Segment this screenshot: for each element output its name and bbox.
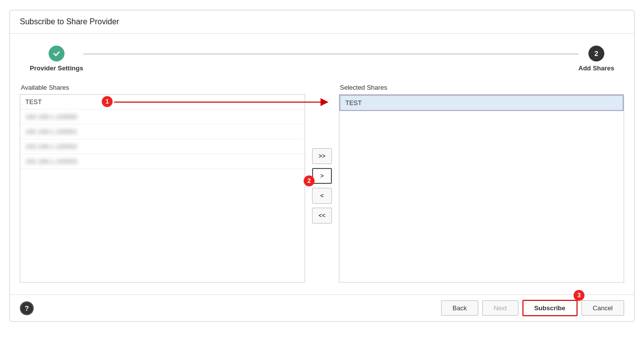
available-shares-list: TEST 192.168.1.100000 192.168.1.100001 1… [20, 94, 305, 283]
annotation-3: 3 [574, 290, 584, 301]
dialog-title: Subscribe to Share Provider [20, 17, 119, 26]
remove-selected-button[interactable]: < [312, 188, 332, 204]
step-connector [83, 54, 579, 55]
remove-all-button[interactable]: << [312, 208, 332, 224]
list-item[interactable]: 192.168.1.100000 [20, 110, 305, 124]
dialog-footer: ? 3 Back Next Subscribe Cancel [10, 294, 634, 321]
dialog-body: 1 2 Available Shares TEST 192.168.1.1000… [10, 80, 634, 290]
cancel-button[interactable]: Cancel [581, 300, 624, 316]
dialog-header: Subscribe to Share Provider [10, 10, 634, 34]
subscribe-dialog: Subscribe to Share Provider Provider Set… [9, 10, 635, 322]
list-item[interactable]: 192.168.1.100003 [20, 154, 305, 169]
step-1: Provider Settings [30, 46, 83, 72]
list-item[interactable]: 192.168.1.100002 [20, 139, 305, 154]
list-item[interactable]: 192.168.1.100001 [20, 124, 305, 139]
back-button[interactable]: Back [441, 300, 478, 316]
annotation-1: 1 [102, 96, 113, 107]
next-button[interactable]: Next [482, 300, 518, 316]
stepper: Provider Settings 2 Add Shares [10, 34, 634, 80]
footer-left: ? [20, 301, 34, 315]
step-2: 2 Add Shares [579, 46, 614, 72]
shares-wrapper: 1 2 Available Shares TEST 192.168.1.1000… [20, 84, 624, 283]
add-selected-button[interactable]: > [312, 168, 332, 184]
add-all-button[interactable]: >> [312, 148, 332, 164]
step-1-circle [49, 46, 64, 61]
list-item[interactable]: TEST [20, 95, 305, 110]
help-button[interactable]: ? [20, 301, 34, 315]
available-shares-panel: Available Shares TEST 192.168.1.100000 1… [20, 84, 305, 283]
available-shares-label: Available Shares [20, 84, 305, 91]
selected-shares-panel: Selected Shares TEST [339, 84, 624, 283]
selected-shares-list: TEST [339, 94, 624, 283]
selected-list-item[interactable]: TEST [339, 95, 624, 111]
step-2-circle: 2 [588, 46, 604, 61]
annotation-2: 2 [304, 175, 315, 186]
check-icon [53, 50, 61, 57]
footer-right: 3 Back Next Subscribe Cancel [441, 300, 624, 316]
step-1-label: Provider Settings [30, 64, 83, 72]
selected-shares-label: Selected Shares [339, 84, 624, 91]
step-2-label: Add Shares [579, 64, 614, 72]
subscribe-button[interactable]: Subscribe [522, 300, 578, 316]
